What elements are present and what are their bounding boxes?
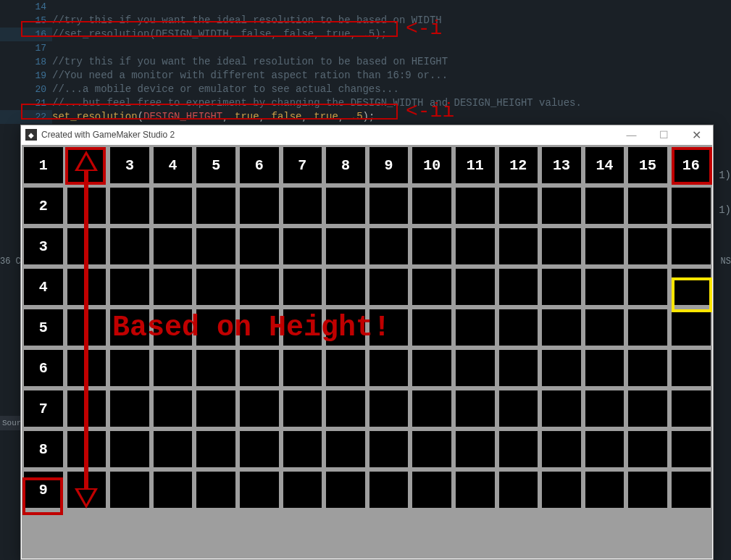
code-area[interactable]: //try this if you want the ideal resolut…	[52, 0, 731, 125]
grid-cell	[154, 309, 193, 346]
grid-cell	[240, 390, 279, 427]
line-number: 21	[0, 96, 52, 110]
grid-cell	[110, 350, 149, 386]
grid-cell	[628, 472, 667, 508]
grid-cell	[283, 269, 322, 305]
grid-cell	[240, 188, 279, 224]
code-token: (	[138, 111, 143, 122]
code-line[interactable]: //You need a monitor with different aspe…	[52, 69, 731, 83]
grid-cell	[369, 431, 409, 467]
grid-cell	[628, 269, 667, 305]
grid-cell	[154, 390, 193, 427]
grid-cell	[412, 431, 451, 467]
line-number: 22	[0, 110, 52, 124]
grid-cell	[283, 228, 322, 264]
grid-cell	[240, 472, 279, 508]
grid-cell	[110, 309, 149, 346]
grid-cell	[326, 188, 365, 224]
grid-cell	[672, 228, 711, 264]
grid-cell	[110, 390, 149, 427]
grid-cell	[196, 309, 235, 346]
grid-cell: 3	[110, 147, 149, 183]
grid-cell	[240, 309, 279, 346]
window-titlebar[interactable]: ◆ Created with GameMaker Studio 2 — ☐ ✕	[21, 125, 713, 144]
grid-cell	[326, 390, 365, 427]
minimize-button[interactable]: —	[615, 125, 648, 144]
code-line[interactable]: //...a mobile device or emulator to see …	[52, 83, 731, 96]
grid-cell	[369, 269, 409, 305]
grid-cell	[326, 431, 365, 467]
grid-cell	[326, 309, 365, 346]
game-grid: 1234567891011121314151623456789	[22, 145, 713, 510]
code-editor[interactable]: 141516171819202122 //try this if you wan…	[0, 0, 731, 125]
background-tab-fragment: Sour	[0, 416, 22, 430]
grid-cell	[672, 350, 711, 386]
grid-cell	[628, 390, 667, 427]
status-right-fragment: NS	[721, 256, 731, 267]
grid-cell	[499, 228, 538, 264]
line-number: 18	[0, 55, 52, 69]
window-title: Created with GameMaker Studio 2	[41, 130, 175, 140]
code-token: //try this if you want the ideal resolut…	[52, 14, 442, 26]
code-token: .5	[351, 111, 363, 122]
grid-cell	[412, 350, 451, 386]
code-line[interactable]: //...but feel free to experiment by chan…	[52, 96, 731, 110]
side-fragment-a: 1)	[719, 170, 731, 181]
grid-cell: 12	[499, 147, 538, 183]
grid-cell	[585, 431, 625, 467]
code-line[interactable]	[52, 0, 731, 14]
grid-cell	[456, 390, 495, 427]
maximize-button[interactable]: ☐	[648, 125, 680, 144]
grid-cell: 6	[240, 147, 279, 183]
code-token: ,	[259, 111, 272, 122]
grid-cell	[196, 472, 235, 508]
grid-cell: 7	[283, 147, 322, 183]
grid-cell	[412, 472, 451, 508]
code-token: //...but feel free to experiment by chan…	[52, 97, 582, 109]
code-line[interactable]: //try this if you want the ideal resolut…	[52, 55, 731, 69]
code-token: ,	[338, 111, 351, 122]
grid-cell	[196, 269, 235, 305]
grid-cell	[154, 269, 193, 305]
grid-cell	[585, 390, 625, 427]
grid-cell	[542, 350, 581, 386]
code-line[interactable]: //set_resolution(DESIGN_WIDTH, false, fa…	[52, 28, 731, 41]
grid-cell	[542, 188, 581, 224]
code-line[interactable]	[52, 41, 731, 55]
code-token: set_resolution	[52, 111, 138, 122]
arrow-down-icon	[75, 488, 98, 509]
status-left-fragment: 36 C	[0, 256, 21, 267]
grid-cell	[326, 228, 365, 264]
grid-cell	[456, 188, 495, 224]
code-token: );	[363, 111, 375, 122]
grid-cell	[672, 431, 711, 467]
grid-cell	[628, 228, 667, 264]
app-icon: ◆	[25, 129, 37, 141]
grid-cell: 2	[24, 188, 63, 224]
grid-cell	[154, 228, 193, 264]
code-token: false	[271, 111, 301, 122]
grid-cell	[369, 390, 409, 427]
grid-cell	[456, 309, 495, 346]
code-token: //...a mobile device or emulator to see …	[52, 83, 399, 95]
grid-cell	[283, 350, 322, 386]
grid-cell	[585, 269, 625, 305]
close-button[interactable]: ✕	[680, 125, 713, 144]
grid-cell	[283, 472, 322, 508]
grid-cell	[369, 188, 409, 224]
grid-cell: 16	[672, 147, 711, 183]
line-number: 14	[0, 0, 52, 14]
game-viewport: 1234567891011121314151623456789 Based on…	[22, 145, 712, 559]
grid-cell: 14	[585, 147, 625, 183]
grid-cell	[542, 309, 581, 346]
grid-cell	[110, 269, 149, 305]
grid-cell	[110, 228, 149, 264]
code-line[interactable]: //try this if you want the ideal resolut…	[52, 14, 731, 28]
line-number: 15	[0, 14, 52, 28]
grid-cell	[499, 188, 538, 224]
grid-cell	[456, 431, 495, 467]
line-number: 20	[0, 83, 52, 96]
code-line[interactable]: set_resolution(DESIGN_HEIGHT, true, fals…	[52, 110, 731, 124]
code-token: true	[235, 111, 259, 122]
grid-cell	[283, 188, 322, 224]
